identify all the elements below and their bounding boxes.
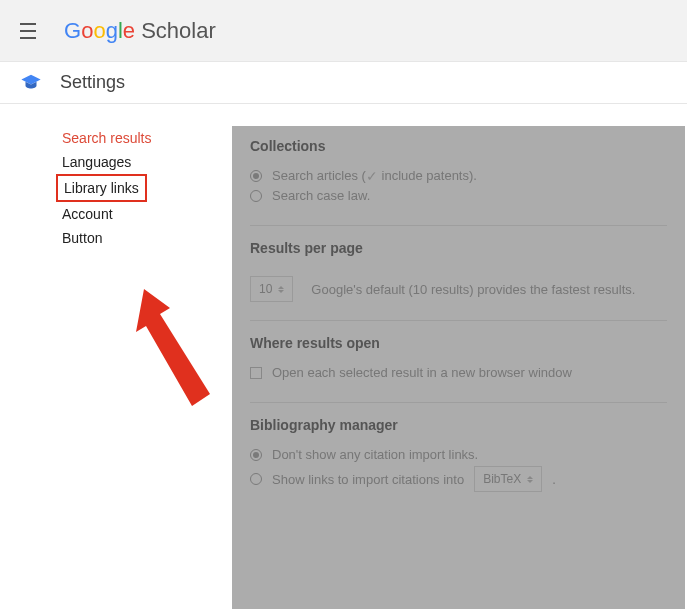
radio-icon [250,449,262,461]
page-title: Settings [60,72,125,93]
radio-icon [250,170,262,182]
section-title-perpage: Results per page [250,240,667,256]
settings-panel-dimmed: Collections Search articles (✓ include p… [232,126,685,609]
grad-cap-icon [20,72,42,94]
logo[interactable]: Google Scholar [64,18,216,44]
svg-marker-0 [21,74,40,84]
bib-format-select[interactable]: BibTeX [474,466,542,492]
sidebar-item-languages[interactable]: Languages [56,150,137,174]
perpage-hint: Google's default (10 results) provides t… [311,282,635,297]
title-bar: Settings [0,62,687,104]
checkbox-icon [250,367,262,379]
sidebar-item-button[interactable]: Button [56,226,108,250]
radio-icon [250,190,262,202]
results-per-page-select[interactable]: 10 [250,276,293,302]
radio-icon [250,473,262,485]
sidebar-item-account[interactable]: Account [56,202,119,226]
radio-search-caselaw[interactable]: Search case law. [250,188,667,203]
settings-sidebar: Search results Languages Library links A… [0,126,232,609]
menu-icon[interactable] [20,19,44,43]
sidebar-item-library-links[interactable]: Library links [56,174,147,202]
radio-bib-none[interactable]: Don't show any citation import links. [250,447,667,462]
sidebar-item-search-results[interactable]: Search results [56,126,157,150]
open-new-window-checkbox[interactable]: Open each selected result in a new brows… [250,365,667,380]
radio-search-articles[interactable]: Search articles (✓ include patents). [250,168,667,184]
chevron-spinner-icon [527,476,533,483]
logo-suffix: Scholar [135,18,216,43]
radio-bib-import[interactable]: Show links to import citations into BibT… [250,466,667,492]
chevron-spinner-icon [278,286,284,293]
section-title-bib: Bibliography manager [250,417,667,433]
section-title-openwhere: Where results open [250,335,667,351]
check-icon: ✓ [366,168,378,184]
top-bar: Google Scholar [0,0,687,62]
section-title-collections: Collections [250,138,667,154]
